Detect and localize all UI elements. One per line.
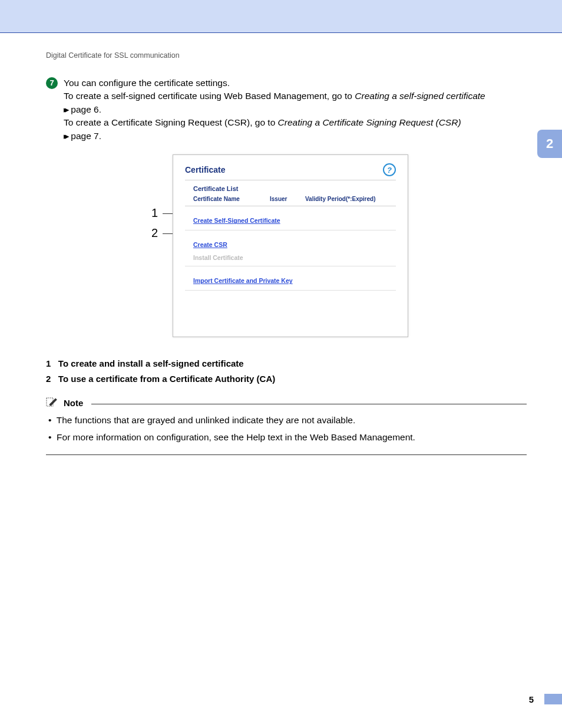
note-bullet-2: For more information on configuration, s…	[48, 429, 527, 446]
link-create-self-signed[interactable]: Create Self-Signed Certificate	[193, 217, 280, 224]
legend-list: 1 To create and install a self-signed ce…	[46, 356, 527, 386]
step-link-self-signed[interactable]: Creating a self-signed certificate	[355, 91, 485, 101]
link-create-csr[interactable]: Create CSR	[193, 241, 227, 248]
col-issuer: Issuer	[270, 196, 305, 202]
step-line-2c: page 6.	[68, 104, 101, 114]
action-row-self-signed: Create Self-Signed Certificate	[185, 206, 396, 230]
step-line-1: You can configure the certificate settin…	[64, 78, 230, 88]
callout-number-2: 2	[146, 226, 158, 240]
col-cert-name: Certificate Name	[193, 196, 270, 202]
note-bullets: The functions that are grayed and unlink…	[46, 412, 527, 454]
callout-number-1: 1	[146, 206, 158, 220]
note-label: Note	[64, 398, 83, 408]
step-row: 7 You can configure the certificate sett…	[46, 77, 527, 143]
arrows-icon	[64, 131, 68, 141]
cert-list-heading: Certificate List	[185, 185, 396, 196]
action-row-import: Import Certificate and Private Key	[185, 266, 396, 291]
action-row-csr: Create CSR Install Certificate	[185, 230, 396, 266]
step-line-3c: page 7.	[68, 131, 101, 141]
step-text: You can configure the certificate settin…	[64, 77, 485, 143]
legend-item-1: 1 To create and install a self-signed ce…	[46, 356, 527, 371]
link-install-certificate-disabled: Install Certificate	[193, 249, 388, 261]
note-bullet-1: The functions that are grayed and unlink…	[48, 412, 527, 429]
note-row: Note	[46, 397, 527, 409]
certificate-panel: Certificate ? Certificate List Certifica…	[173, 154, 408, 337]
step-line-3a: To create a Certificate Signing Request …	[64, 117, 278, 127]
col-validity: Validity Period(*:Expired)	[305, 196, 396, 202]
note-line	[91, 404, 527, 404]
bottom-marker	[544, 694, 562, 704]
top-bar	[0, 0, 562, 33]
panel-area: 1 2 Certificate ? Certificate List Certi…	[46, 154, 527, 343]
cert-table-header: Certificate Name Issuer Validity Period(…	[185, 196, 396, 206]
chapter-tab: 2	[537, 130, 562, 158]
main-content: 7 You can configure the certificate sett…	[46, 77, 527, 455]
panel-title: Certificate	[185, 165, 225, 174]
arrows-icon	[64, 104, 68, 114]
link-import-cert-key[interactable]: Import Certificate and Private Key	[193, 277, 293, 284]
note-icon	[46, 397, 59, 409]
page-number: 5	[529, 694, 534, 704]
page-header-title: Digital Certificate for SSL communicatio…	[46, 51, 180, 60]
panel-title-row: Certificate ?	[185, 163, 396, 180]
step-line-2a: To create a self-signed certificate usin…	[64, 91, 355, 101]
legend-item-2: 2 To use a certificate from a Certificat…	[46, 371, 527, 387]
step-number-badge: 7	[46, 77, 58, 89]
help-icon[interactable]: ?	[383, 163, 396, 176]
step-link-csr[interactable]: Creating a Certificate Signing Request (…	[278, 117, 461, 127]
